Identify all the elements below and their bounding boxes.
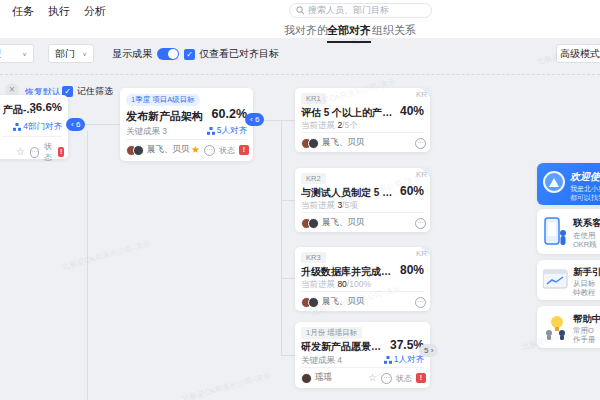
progress-value: 80 xyxy=(337,279,346,289)
kr-card[interactable]: KR KR2 与测试人员制定 5 项检测标准 60% 当前进展 3/5项 晨飞、… xyxy=(295,168,430,232)
kr-count-label: 关键成果 4 xyxy=(301,355,342,367)
progress-label: 当前进展 xyxy=(301,120,335,130)
collapse-count-badge[interactable]: ‹ 6 xyxy=(245,113,264,126)
card-title: 升级数据库并完成数据迁移 xyxy=(301,265,397,279)
show-results-toggle[interactable] xyxy=(157,48,179,60)
org-structure-icon xyxy=(13,123,21,131)
help-card-line: 作手册 xyxy=(573,335,596,345)
sub-objective-card[interactable]: 1月份 瑶瑶目标 研发新产品愿景规划 37.5% 关键成果 4 1人对齐 瑶瑶 … xyxy=(295,322,430,388)
phone-illustration-icon xyxy=(543,217,569,251)
type-filter-dropdown[interactable]: 类型 ∨ xyxy=(0,44,34,63)
connector-line xyxy=(281,355,295,356)
tab-all-aligned[interactable]: 全部对齐 xyxy=(327,23,371,43)
nav-tab-execution[interactable]: 执行 xyxy=(48,4,70,19)
search-input[interactable]: 搜索人员、部门目标 xyxy=(289,3,432,18)
department-align-link[interactable]: 4部门对齐 xyxy=(13,121,62,133)
help-card-guide[interactable]: 新手引 从目标 钟教程 xyxy=(537,260,600,300)
only-aligned-checkbox[interactable]: ✓ xyxy=(184,49,195,60)
card-title: 发布新产品架构 xyxy=(126,109,216,124)
welcome-title: 欢迎使 xyxy=(570,170,600,184)
people-align-link[interactable]: 1人对齐 xyxy=(384,354,424,366)
avatar[interactable] xyxy=(308,218,319,229)
remember-filter-checkbox-group: ✓ 记住筛选 xyxy=(62,85,113,98)
tutorial-illustration-icon xyxy=(543,269,569,295)
top-navigation-bar: 任务 执行 分析 搜索人员、部门目标 xyxy=(0,0,600,20)
org-structure-icon xyxy=(384,356,392,364)
objective-card[interactable]: 1季度 项目A级目标 发布新产品架构 60.2% 关键成果 3 5人对齐 晨飞、… xyxy=(120,88,253,161)
tab-org-relations[interactable]: 组织关系 xyxy=(372,23,416,41)
toggle-knob xyxy=(168,49,178,59)
star-icon-filled[interactable]: ★ xyxy=(191,145,200,155)
owner-name: 瑶瑶 xyxy=(315,372,332,384)
comment-icon[interactable]: ··· xyxy=(415,138,426,149)
welcome-text-line: 都可以找我 xyxy=(570,193,600,203)
collapse-count-badge[interactable]: ‹ 6 xyxy=(66,118,85,131)
avatar[interactable] xyxy=(308,297,319,308)
progress-percent: 40% xyxy=(400,104,424,118)
risk-status-icon[interactable]: ! xyxy=(416,373,426,383)
north-star-icon xyxy=(549,178,559,187)
kr-card[interactable]: KR KR3 升级数据库并完成数据迁移 80% 当前进展 80/100% 晨飞、… xyxy=(295,247,430,311)
kr-corner-label: KR xyxy=(416,249,427,258)
objective-badge: 1月份 瑶瑶目标 xyxy=(301,327,362,339)
card-footer: 瑶瑶 ☆ ··· 状态 ! xyxy=(301,372,426,384)
kr-card[interactable]: KR KR1 评估 5 个以上的产品架构 40% 当前进展 2/5个 晨飞、贝贝… xyxy=(295,88,430,152)
tab-my-aligned[interactable]: 我对齐的 xyxy=(284,23,328,41)
nav-tab-analysis[interactable]: 分析 xyxy=(84,4,106,19)
help-card-contact[interactable]: 联系客 在使用 OKR顾 xyxy=(537,209,600,254)
avatar[interactable] xyxy=(301,373,312,384)
kr-corner-label: KR xyxy=(416,90,427,99)
department-objective-card[interactable]: 产品-北极… 36.6% 4部门对齐 ☆ ··· 状态 ! xyxy=(0,95,68,159)
card-footer: 晨飞、贝贝 ··· xyxy=(301,217,426,229)
alignment-map-canvas: 类型 ∨ 部门 ∨ 显示成果 ✓ 仅查看已对齐目标 高级模式 × 恢复默认 ✓ … xyxy=(0,38,600,400)
comment-icon[interactable]: ··· xyxy=(381,373,392,384)
avatar[interactable] xyxy=(308,138,319,149)
connector-line xyxy=(281,278,295,279)
only-aligned-label: 仅查看已对齐目标 xyxy=(199,47,279,61)
card-divider xyxy=(301,132,424,133)
owner-names: 晨飞、贝贝 xyxy=(322,217,365,229)
kr-corner-label: KR xyxy=(416,170,427,179)
progress-percent: 80% xyxy=(400,263,424,277)
progress-percent: 60.2% xyxy=(212,107,247,121)
card-divider xyxy=(2,136,62,137)
people-align-link[interactable]: 5人对齐 xyxy=(207,125,247,137)
advanced-mode-button[interactable]: 高级模式 xyxy=(556,44,600,63)
star-icon[interactable]: ☆ xyxy=(16,147,25,157)
card-footer: 晨飞、贝贝 ··· xyxy=(301,137,426,149)
nav-tab-tasks[interactable]: 任务 xyxy=(12,4,34,19)
connector-line xyxy=(87,131,88,400)
star-icon[interactable]: ☆ xyxy=(368,373,377,383)
comment-icon[interactable]: ··· xyxy=(415,297,426,308)
help-card-title: 帮助中 xyxy=(573,313,600,326)
risk-status-icon[interactable]: ! xyxy=(239,145,249,155)
divider-dashed xyxy=(0,74,600,75)
status-label: 状态 xyxy=(44,141,53,163)
progress-label: 当前进展 xyxy=(301,200,335,210)
card-divider xyxy=(126,139,247,140)
comment-icon[interactable]: ··· xyxy=(204,145,215,156)
department-filter-dropdown[interactable]: 部门 ∨ xyxy=(48,44,94,63)
help-card-help-center[interactable]: 帮助中 常用O 作手册 xyxy=(537,306,600,348)
welcome-panel[interactable]: 欢迎使 我是北小星 都可以找我 xyxy=(537,163,600,205)
kr-tag: KR3 xyxy=(301,252,326,263)
card-footer: 晨飞、贝贝 ··· xyxy=(301,296,426,308)
card-footer: ☆ ··· 状态 ! xyxy=(16,141,64,163)
search-placeholder: 搜索人员、部门目标 xyxy=(308,4,389,17)
owner-names: 晨飞、贝贝 xyxy=(147,144,190,156)
comment-icon[interactable]: ··· xyxy=(30,147,39,158)
progress-total: /100% xyxy=(347,279,371,289)
search-icon xyxy=(296,6,305,15)
help-card-title: 新手引 xyxy=(573,266,600,279)
progress-total: /5个 xyxy=(342,120,358,130)
expand-count-badge[interactable]: 5 › xyxy=(419,344,438,357)
show-results-label: 显示成果 xyxy=(112,47,152,61)
help-card-title: 联系客 xyxy=(573,217,600,230)
risk-status-icon[interactable]: ! xyxy=(58,147,64,157)
comment-icon[interactable]: ··· xyxy=(415,218,426,229)
avatar[interactable] xyxy=(133,145,144,156)
align-link-label: 1人对齐 xyxy=(394,354,424,366)
org-structure-icon xyxy=(207,127,215,135)
owner-names: 晨飞、贝贝 xyxy=(322,296,365,308)
connector-line xyxy=(281,200,295,201)
